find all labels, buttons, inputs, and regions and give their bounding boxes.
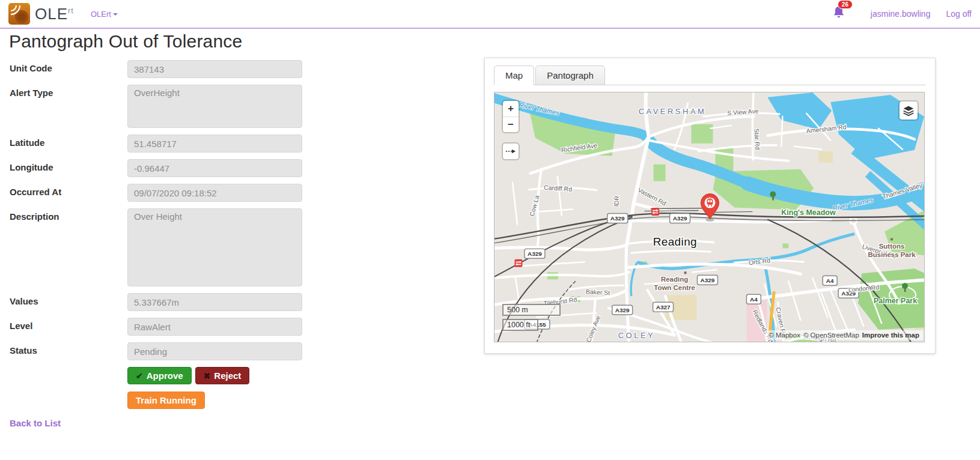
map-label-coley: COLEY bbox=[618, 331, 655, 340]
navbar: OLErt OLErt 26 jasmine.bowling Log off bbox=[0, 0, 980, 29]
page-title: Pantograph Out of Tolerance bbox=[9, 31, 242, 52]
nav-menu-olert[interactable]: OLErt bbox=[91, 10, 118, 19]
brand-text: OLErt bbox=[35, 5, 74, 23]
attribution-mapbox-link[interactable]: © Mapbox bbox=[768, 331, 800, 339]
dashed-arrow-icon bbox=[505, 147, 517, 156]
tab-map[interactable]: Map bbox=[494, 65, 534, 85]
layers-icon bbox=[902, 104, 915, 117]
latitude-field[interactable] bbox=[127, 135, 302, 153]
map-label-caversham: CAVERSHAM bbox=[639, 107, 707, 116]
longitude-field[interactable] bbox=[127, 159, 302, 177]
level-field[interactable] bbox=[127, 318, 302, 336]
improve-map-link[interactable]: Improve this map bbox=[862, 331, 919, 339]
zoom-in-button[interactable]: + bbox=[503, 101, 519, 117]
svg-text:A329: A329 bbox=[673, 215, 687, 222]
reject-button[interactable]: ✖Reject bbox=[195, 367, 250, 384]
map-attribution: © Mapbox © OpenStreetMap Improve this ma… bbox=[765, 330, 923, 340]
tab-pantograph[interactable]: Pantograph bbox=[535, 65, 605, 85]
svg-text:A329: A329 bbox=[701, 277, 715, 283]
layers-button[interactable] bbox=[899, 101, 918, 120]
alert-detail-form: Unit Code Alert Type OverHeight Latitude… bbox=[10, 60, 310, 416]
svg-text:A329: A329 bbox=[528, 250, 542, 257]
map-label-business-park: Business Park bbox=[868, 251, 916, 258]
occurred-at-field[interactable] bbox=[127, 184, 302, 202]
brand-sup: rt bbox=[68, 6, 74, 15]
map-label-star-rd: Star Rd bbox=[753, 129, 761, 150]
occurred-at-label: Occurred At bbox=[10, 184, 127, 202]
scale-imperial: 1000 ft bbox=[502, 319, 538, 331]
panel-tabs: Map Pantograph bbox=[494, 65, 926, 85]
map-label-palmer-park: Palmer Park bbox=[874, 297, 917, 305]
train-running-button[interactable]: Train Running bbox=[127, 392, 205, 409]
x-icon: ✖ bbox=[204, 371, 211, 381]
map-label-reading-tc-2: Town Centre bbox=[654, 284, 695, 291]
notifications-button[interactable]: 26 bbox=[832, 5, 845, 22]
values-field[interactable] bbox=[127, 293, 302, 311]
map-canvas[interactable]: A329 A329 A329 A329 A327 A329 A4 A329 A4… bbox=[494, 92, 925, 342]
map-label-reading: Reading bbox=[653, 235, 697, 248]
alert-type-label: Alert Type bbox=[10, 85, 127, 128]
notification-count-badge: 26 bbox=[838, 0, 853, 9]
scale-metric: 500 m bbox=[502, 304, 561, 316]
unit-code-field[interactable] bbox=[127, 60, 302, 78]
chevron-down-icon bbox=[113, 13, 118, 16]
svg-text:A4: A4 bbox=[750, 296, 758, 303]
brand-logo-link[interactable]: OLErt bbox=[8, 3, 74, 25]
logoff-link[interactable]: Log off bbox=[946, 9, 972, 19]
alert-type-field[interactable]: OverHeight bbox=[127, 85, 302, 128]
status-field[interactable] bbox=[127, 342, 302, 360]
check-icon: ✔ bbox=[136, 371, 143, 381]
map-label-reading-tc-1: Reading bbox=[661, 276, 688, 283]
map-label-idr: IDR bbox=[613, 195, 621, 207]
svg-text:A327: A327 bbox=[656, 304, 671, 310]
username-link[interactable]: jasmine.bowling bbox=[871, 9, 931, 19]
longitude-label: Longitude bbox=[10, 159, 127, 177]
svg-text:A329: A329 bbox=[615, 307, 630, 313]
route-arrow-button[interactable] bbox=[503, 144, 519, 159]
map-panel: Map Pantograph bbox=[484, 58, 936, 354]
description-field[interactable]: Over Height bbox=[127, 208, 302, 286]
map-label-kings-meadow: King's Meadow bbox=[781, 208, 836, 217]
map-label-baker-st: Baker St bbox=[586, 288, 610, 296]
latitude-label: Latitude bbox=[10, 135, 127, 153]
level-label: Level bbox=[10, 318, 127, 336]
svg-text:A329: A329 bbox=[610, 215, 625, 222]
unit-code-label: Unit Code bbox=[10, 60, 127, 78]
svg-text:A4: A4 bbox=[826, 277, 834, 284]
status-label: Status bbox=[10, 342, 127, 360]
attribution-osm-link[interactable]: © OpenStreetMap bbox=[803, 331, 859, 339]
olert-logo-icon bbox=[8, 3, 30, 25]
map-label-suttons: Suttons bbox=[879, 243, 905, 250]
description-label: Description bbox=[10, 208, 127, 286]
back-to-list-link[interactable]: Back to List bbox=[10, 418, 61, 428]
values-label: Values bbox=[10, 293, 127, 311]
zoom-out-button[interactable]: − bbox=[503, 117, 519, 132]
zoom-control: + − bbox=[503, 101, 519, 132]
approve-button[interactable]: ✔Approve bbox=[127, 367, 192, 384]
